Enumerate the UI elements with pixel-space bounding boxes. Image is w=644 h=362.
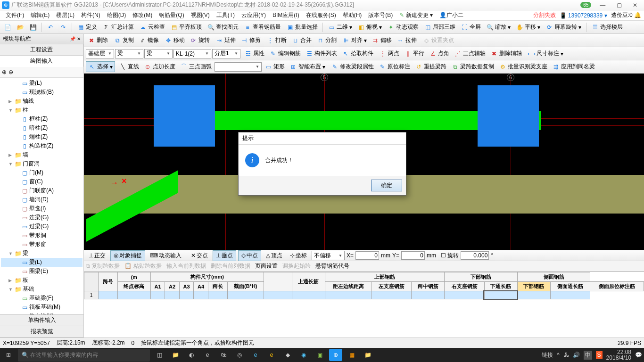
menu-view[interactable]: 视图(V) <box>188 10 213 20</box>
tree-node[interactable]: ▶📁板 <box>1 276 83 285</box>
fullscreen-button[interactable]: ⛶全屏 <box>459 22 483 32</box>
pointlen-tool[interactable]: ⊙点加长度 <box>142 62 177 72</box>
tab-draw-input[interactable]: 绘图输入 <box>0 56 83 67</box>
menu-file[interactable]: 文件(F) <box>3 10 27 20</box>
tree-node[interactable]: ▶📁墙 <box>1 150 83 159</box>
topview-button[interactable]: ◧俯视 ▾ <box>355 22 384 32</box>
menu-floor[interactable]: 楼层(L) <box>53 10 77 20</box>
properties-button[interactable]: ☲属性 <box>242 49 266 58</box>
arc-combo[interactable]: ▼ <box>215 62 262 72</box>
tree-node[interactable]: ▢墙洞(D) <box>1 195 83 204</box>
rect-tool[interactable]: ▭矩形 <box>263 62 287 72</box>
menu-tools[interactable]: 工具(T) <box>214 10 238 20</box>
tray-up-icon[interactable]: ^ <box>557 352 560 358</box>
expand-icon[interactable]: ⊕ <box>2 69 7 75</box>
menu-version[interactable]: 版本号(B) <box>365 10 396 20</box>
tree-node[interactable]: ▢壁龛(I) <box>1 204 83 213</box>
view-rebar-button[interactable]: ≡查看钢筋量 <box>242 22 283 32</box>
angle-input[interactable] <box>461 251 489 260</box>
ggj-icon[interactable]: ⊕ <box>329 349 342 361</box>
break-button[interactable]: ⋮打断 <box>264 35 289 45</box>
minimize-button[interactable]: — <box>595 2 610 8</box>
x-input[interactable] <box>355 251 379 260</box>
modseg-button[interactable]: ✎修改梁段属性 <box>329 62 376 72</box>
tree-node[interactable]: ▯端柱(Z) <box>1 132 83 141</box>
app-icon-3[interactable]: ◆ <box>281 349 294 361</box>
respan-button[interactable]: ↺重提梁跨 <box>413 62 448 72</box>
tree-node[interactable]: ▼📁柱 <box>1 106 83 115</box>
save-button[interactable]: 💾 <box>27 23 39 32</box>
offset-button[interactable]: ⇉偏移 <box>370 35 394 45</box>
mirror-button[interactable]: ⫽镜像 <box>137 35 161 45</box>
open-button[interactable]: 📂 <box>15 23 26 32</box>
ie-icon[interactable]: e <box>265 349 278 361</box>
component-tree[interactable]: ▭梁(L)▭现浇板(B)▶📁轴线▼📁柱▯框柱(Z)▯暗柱(Z)▯端柱(Z)▯构造… <box>0 78 83 314</box>
menu-cloud[interactable]: 云应用(Y) <box>239 10 269 20</box>
batch-select-button[interactable]: ▣批量选择 <box>284 22 320 32</box>
pick-button[interactable]: ↖拾取构件 <box>340 49 375 58</box>
tree-node[interactable]: ▭连梁(G) <box>1 213 83 222</box>
element-combo[interactable]: KL-1(2)▼ <box>173 49 211 58</box>
app-icon-5[interactable]: ▣ <box>313 349 326 361</box>
ime2-icon[interactable]: S <box>596 351 603 359</box>
osnap-toggle[interactable]: ◎ 对象捕捉 <box>110 250 145 261</box>
pin-icon[interactable]: 📌 ✕ <box>70 36 81 41</box>
apply-same-button[interactable]: ⇶应用到同名梁 <box>550 62 597 72</box>
split-button[interactable]: ⊓分割 <box>314 35 339 45</box>
coord-toggle[interactable]: ⊹ 坐标 <box>287 251 310 261</box>
page-setup-button[interactable]: 页面设置 <box>255 262 278 270</box>
taskview-icon[interactable]: ◫ <box>153 349 166 361</box>
volume-icon[interactable]: 🔊 <box>573 352 580 358</box>
arc-tool[interactable]: ⌒三点画弧 <box>178 62 214 72</box>
local3d-button[interactable]: ◫局部三维 <box>422 22 457 32</box>
tree-node[interactable]: ▭圈梁(E) <box>1 267 83 276</box>
tree-node[interactable]: ▭梁(L) <box>1 258 83 267</box>
tree-node[interactable]: ▭现浇板(B) <box>1 88 83 97</box>
menu-modify[interactable]: 修改(M) <box>130 10 155 20</box>
perp-toggle[interactable]: ⊥ 垂点 <box>213 250 236 261</box>
explorer-icon[interactable]: 📁 <box>169 349 182 361</box>
search-input[interactable]: 🔍 在这里输入你要搜索的内容 <box>18 349 150 362</box>
app-icon-7[interactable]: 📁 <box>361 349 374 361</box>
edge-icon[interactable]: e <box>201 349 214 361</box>
vert-toggle[interactable]: △ 顶点 <box>263 251 285 261</box>
y-input[interactable] <box>401 251 425 260</box>
pointangle-button[interactable]: ∠点角 <box>427 49 451 58</box>
screen-rotate-button[interactable]: ⟳屏幕旋转 ▾ <box>544 22 583 32</box>
rotate-button[interactable]: ⟳旋转 <box>188 35 212 45</box>
tab-single-input[interactable]: 单构件输入 <box>0 315 83 326</box>
start-button[interactable]: ⊞ <box>2 349 15 361</box>
tree-node[interactable]: ▯构造柱(Z) <box>1 141 83 150</box>
parallel-button[interactable]: ∥平行 <box>402 49 426 58</box>
2d-button[interactable]: ▭二维 ▾ <box>326 22 354 32</box>
table-row[interactable]: 1 <box>84 291 644 299</box>
ortho-toggle[interactable]: ⊥ 正交 <box>86 251 108 261</box>
user-label[interactable]: 👤广小二 <box>437 10 466 20</box>
batch-support-button[interactable]: ⚙批量识别梁支座 <box>497 62 549 72</box>
edit-rebar-button[interactable]: ✎编辑钢筋 <box>267 49 303 58</box>
tree-node[interactable]: ▭过梁(G) <box>1 222 83 231</box>
tree-node[interactable]: ▭带形窗 <box>1 240 83 249</box>
tree-node[interactable]: ▯暗柱(Z) <box>1 123 83 132</box>
tree-node[interactable]: ▭基础梁(F) <box>1 294 83 303</box>
tree-node[interactable]: ▭带形洞 <box>1 231 83 240</box>
notification-icon[interactable]: 💬 <box>635 352 642 358</box>
close-button[interactable]: ✕ <box>628 2 642 8</box>
undo-button[interactable]: ↶ <box>45 23 56 32</box>
new-button[interactable]: 📄 <box>2 23 13 32</box>
ime-icon[interactable]: 中 <box>584 351 592 360</box>
tree-node[interactable]: ▭筏板基础(M) <box>1 303 83 312</box>
tree-node[interactable]: ▢门联窗(A) <box>1 186 83 195</box>
offset-combo[interactable]: 不偏移▼ <box>312 251 345 260</box>
move-button[interactable]: ✥移动 <box>163 35 187 45</box>
collapse-icon[interactable]: ⊖ <box>8 69 13 75</box>
dimension-button[interactable]: ⟷尺寸标注 ▾ <box>526 49 565 58</box>
tree-node[interactable]: ▢门(M) <box>1 168 83 177</box>
app-icon-6[interactable]: ▦ <box>345 349 358 361</box>
new-change-button[interactable]: ✎ 新建变更 ▾ <box>396 10 436 20</box>
menu-edit[interactable]: 编辑(E) <box>28 10 52 20</box>
threepoint-button[interactable]: ⋰三点辅轴 <box>452 49 487 58</box>
delete-button[interactable]: ✖删除 <box>86 35 110 45</box>
merge-button[interactable]: ⊔合并 <box>289 35 314 45</box>
tree-node[interactable]: ▭梁(L) <box>1 79 83 88</box>
